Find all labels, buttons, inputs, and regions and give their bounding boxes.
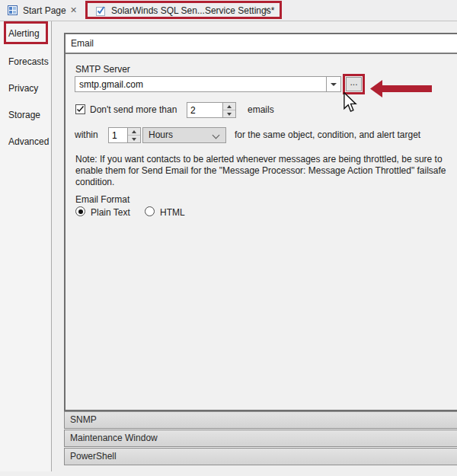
settings-sidebar: Alerting Forecasts Privacy Storage Advan…	[0, 21, 52, 471]
spin-down-button[interactable]	[223, 110, 235, 117]
email-format-label: Email Format	[75, 194, 129, 205]
radio-html-label: HTML	[160, 207, 185, 218]
sidebar-item-alerting[interactable]: Alerting	[8, 28, 40, 39]
throttle-suffix-label: for the same object, condition, and aler…	[235, 129, 420, 140]
period-dropdown-value: Hours	[149, 129, 173, 140]
note-line: Note: If you want contacts to be alerted…	[75, 154, 443, 165]
within-count-spinner	[108, 127, 141, 143]
tab-start-page-label: Start Page	[23, 5, 66, 16]
spin-up-icon	[227, 105, 232, 108]
grid-icon	[8, 5, 18, 18]
service-settings-window: Start Page ✕ SolarWinds SQL Sen...Servic…	[0, 0, 457, 476]
section-snmp[interactable]: SNMP	[64, 411, 457, 429]
tab-bar: Start Page ✕ SolarWinds SQL Sen...Servic…	[0, 0, 457, 21]
sidebar-item-storage[interactable]: Storage	[8, 110, 40, 120]
check-icon	[76, 105, 85, 113]
email-count-unit-label: emails	[248, 104, 274, 115]
radio-plain-text[interactable]	[75, 206, 85, 216]
spin-up-button[interactable]	[223, 103, 235, 110]
spin-down-icon	[132, 138, 136, 141]
period-dropdown[interactable]: Hours	[142, 127, 226, 143]
smtp-dropdown-button[interactable]	[326, 76, 341, 92]
smtp-server-input[interactable]	[75, 76, 327, 92]
smtp-server-label: SMTP Server	[75, 64, 130, 75]
sidebar-item-privacy[interactable]: Privacy	[8, 83, 38, 94]
email-count-input[interactable]	[187, 103, 222, 117]
smtp-browse-button[interactable]: ...	[346, 77, 362, 91]
section-maintenance-window[interactable]: Maintenance Window	[64, 430, 457, 447]
checkmark-icon	[96, 5, 107, 18]
close-icon[interactable]: ✕	[264, 5, 270, 15]
note-line: condition.	[75, 177, 114, 187]
spin-down-button[interactable]	[128, 135, 140, 142]
radio-plain-text-label: Plain Text	[91, 207, 130, 218]
sidebar-item-advanced[interactable]: Advanced	[8, 136, 49, 147]
radio-html[interactable]	[145, 206, 155, 216]
email-count-spinner	[187, 102, 236, 118]
dropdown-arrow-icon	[331, 83, 337, 86]
spin-up-icon	[132, 130, 136, 133]
section-powershell[interactable]: PowerShell	[64, 448, 457, 465]
within-count-input[interactable]	[109, 128, 127, 142]
spin-up-button[interactable]	[128, 128, 140, 135]
spin-down-icon	[227, 113, 232, 116]
panel-title: Email	[66, 34, 457, 54]
tab-service-settings-label: SolarWinds SQL Sen...Service Settings*	[111, 5, 274, 16]
throttle-checkbox[interactable]	[75, 104, 85, 114]
throttle-checkbox-label: Don't send more than	[90, 104, 177, 115]
note-line: enable them for Send Email for the "Mess…	[75, 165, 446, 176]
sidebar-item-forecasts[interactable]: Forecasts	[8, 56, 49, 67]
within-label: within	[75, 129, 98, 140]
close-icon[interactable]: ✕	[70, 5, 77, 15]
chevron-down-icon	[213, 132, 220, 139]
